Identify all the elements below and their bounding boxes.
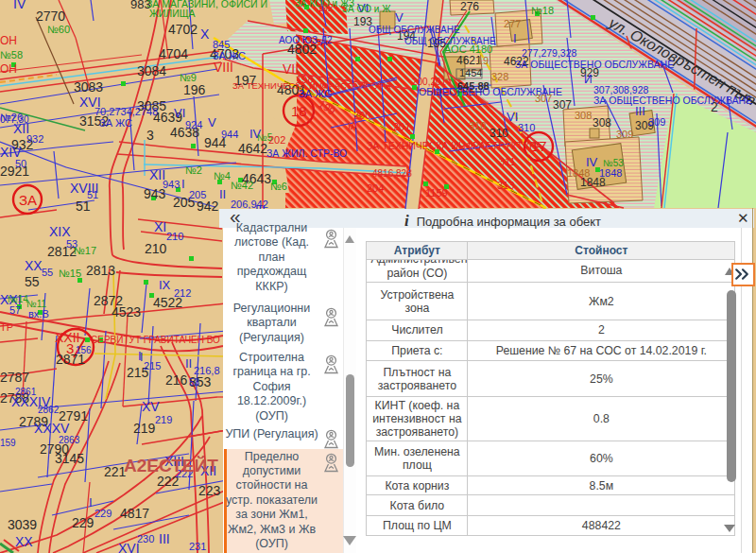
svg-text:XX: XX (15, 534, 33, 549)
svg-text:3: 3 (146, 128, 154, 143)
svg-text:210: 210 (166, 231, 183, 242)
svg-text:ОН: ОН (0, 62, 17, 76)
svg-text:4642: 4642 (238, 141, 267, 156)
svg-text:51: 51 (76, 199, 91, 214)
svg-text:IV: IV (13, 0, 26, 11)
svg-text:210: 210 (145, 241, 167, 256)
svg-text:308: 308 (593, 116, 611, 130)
svg-text:924: 924 (185, 119, 202, 130)
svg-text:307: 307 (553, 98, 572, 112)
svg-text:55: 55 (25, 274, 40, 289)
svg-text:192: 192 (318, 3, 334, 13)
svg-text:V: V (395, 10, 404, 25)
svg-text:2863: 2863 (59, 435, 80, 445)
svg-text:XXII: XXII (55, 330, 79, 345)
svg-text:313: 313 (497, 180, 514, 191)
svg-text:229: 229 (94, 508, 112, 519)
svg-text:№14: №14 (8, 294, 28, 304)
svg-text:311: 311 (499, 156, 516, 167)
svg-text:307: 307 (535, 93, 552, 104)
svg-text:I: I (140, 351, 143, 364)
svg-text:№6: №6 (270, 181, 287, 192)
svg-text:III: III (159, 531, 170, 546)
svg-text:310: 310 (518, 122, 535, 133)
svg-text:II: II (185, 356, 192, 371)
svg-text:2787: 2787 (0, 370, 29, 385)
svg-text:223: 223 (198, 483, 221, 498)
svg-text:943: 943 (163, 179, 180, 190)
svg-text:I: I (513, 31, 517, 45)
svg-text:310: 310 (469, 120, 486, 131)
svg-text:XIX: XIX (49, 224, 71, 239)
svg-text:200,201: 200,201 (412, 77, 447, 87)
svg-text:55: 55 (42, 267, 53, 278)
svg-text:156: 156 (76, 345, 92, 355)
svg-text:ЗА ЖС: ЗА ЖС (99, 117, 132, 129)
svg-text:216,8: 216,8 (194, 365, 220, 376)
svg-text:4704: 4704 (159, 46, 188, 61)
svg-text:VI: VI (174, 106, 185, 120)
svg-text:VI: VI (507, 110, 518, 124)
svg-text:IX: IX (159, 278, 171, 292)
svg-text:212: 212 (174, 287, 191, 299)
svg-text:196: 196 (183, 82, 206, 97)
svg-text:308: 308 (575, 110, 592, 121)
svg-text:XX: XX (25, 258, 43, 273)
svg-text:4816,828: 4816,828 (372, 168, 412, 179)
svg-text:70,2734,2748: 70,2734,2748 (94, 106, 158, 117)
svg-text:АОС 4180: АОС 4180 (444, 43, 492, 55)
svg-text:ОН: ОН (0, 34, 17, 47)
svg-text:X: X (200, 26, 210, 42)
svg-text:СЕРВИТУТ ГРАВИТАЧЕН ВО: СЕРВИТУТ ГРАВИТАЧЕН ВО (91, 335, 220, 345)
svg-text:№4: №4 (214, 170, 231, 181)
svg-text:3145: 3145 (55, 451, 84, 466)
svg-text:57: 57 (9, 304, 21, 316)
svg-text:ЖИЛИЩА: ЖИЛИЩА (149, 8, 196, 19)
svg-text:2770: 2770 (36, 9, 65, 24)
svg-text:II: II (219, 187, 226, 201)
svg-text:III: III (635, 104, 645, 118)
svg-text:И: И (584, 73, 593, 86)
svg-text:198: 198 (296, 74, 313, 85)
svg-text:277: 277 (504, 18, 521, 29)
svg-text:4817: 4817 (120, 506, 149, 521)
svg-text:ЗА ОО и Ж: ЗА ОО и Ж (342, 4, 391, 14)
svg-text:№15: №15 (59, 268, 81, 279)
svg-text:307,308,928: 307,308,928 (593, 84, 649, 95)
svg-text:№2: №2 (185, 164, 202, 176)
svg-text:3039: 3039 (8, 517, 37, 532)
svg-text:1848: 1848 (599, 167, 622, 179)
svg-text:204: 204 (367, 182, 384, 194)
svg-text:942: 942 (197, 199, 219, 214)
svg-text:2813: 2813 (86, 263, 115, 278)
svg-text:№53: №53 (603, 158, 624, 168)
svg-text:159: 159 (0, 438, 16, 448)
svg-text:№18: №18 (531, 5, 554, 16)
svg-text:№17: №17 (74, 245, 96, 256)
svg-text:ЗА: ЗА (19, 192, 37, 208)
svg-text:229: 229 (72, 515, 94, 530)
svg-text:4523: 4523 (112, 304, 141, 320)
svg-text:51: 51 (87, 189, 98, 200)
svg-text:№11: №11 (26, 299, 47, 309)
svg-text:215: 215 (144, 360, 161, 372)
svg-text:230: 230 (137, 533, 154, 544)
svg-text:№60: №60 (47, 24, 70, 35)
svg-text:219: 219 (133, 421, 156, 436)
svg-text:231: 231 (189, 541, 206, 552)
svg-text:А2ЕСТЕЙТ: А2ЕСТЕЙТ (124, 456, 218, 475)
svg-text:276: 276 (460, 0, 479, 13)
svg-text:53: 53 (189, 377, 200, 388)
svg-text:I: I (181, 177, 185, 191)
svg-text:вх.В: вх.В (28, 308, 49, 320)
svg-text:845: 845 (213, 39, 230, 50)
svg-text:2791: 2791 (59, 408, 88, 423)
svg-text:№9: №9 (180, 72, 197, 83)
svg-text:202: 202 (268, 134, 285, 146)
svg-text:№42: №42 (231, 180, 253, 191)
svg-text:1848: 1848 (567, 167, 590, 179)
svg-text:309: 309 (648, 116, 665, 128)
svg-text:№58: №58 (0, 49, 23, 60)
svg-text:3084: 3084 (137, 63, 166, 78)
svg-text:ЗА ЖС: ЗА ЖС (299, 88, 332, 99)
